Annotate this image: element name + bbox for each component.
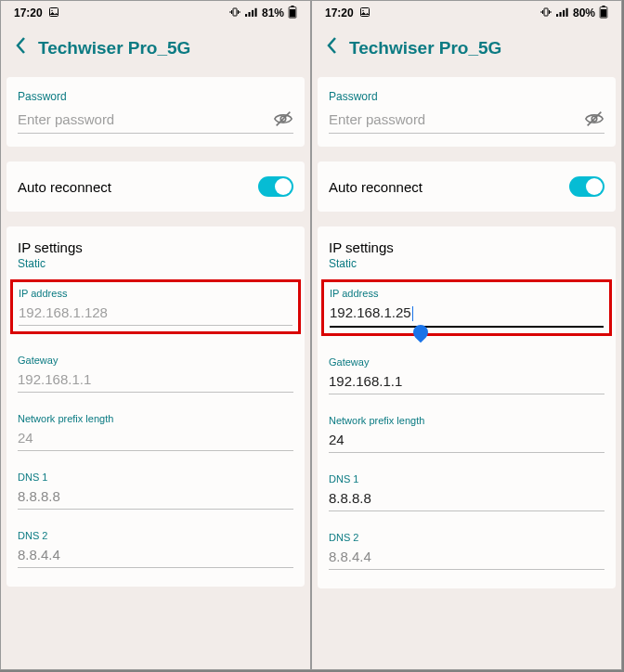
vibrate-icon — [540, 6, 552, 20]
status-time: 17:20 — [14, 6, 43, 19]
ip-settings-mode[interactable]: Static — [329, 257, 604, 270]
gateway-field: Gateway 192.168.1.1 — [18, 355, 293, 393]
password-label: Password — [329, 90, 604, 103]
password-section: Password Enter password — [6, 77, 305, 147]
dns1-field: DNS 1 8.8.8.8 — [329, 473, 604, 511]
prefix-field: Network prefix length 24 — [329, 415, 604, 453]
gateway-input[interactable]: 192.168.1.1 — [329, 373, 604, 394]
gateway-input[interactable]: 192.168.1.1 — [18, 371, 293, 393]
gateway-label: Gateway — [18, 355, 293, 366]
status-time: 17:20 — [325, 6, 354, 19]
auto-reconnect-row: Auto reconnect — [318, 162, 616, 212]
svg-rect-4 — [248, 12, 250, 17]
svg-rect-9 — [290, 8, 295, 17]
status-bar: 17:20 80% — [312, 1, 621, 25]
password-label: Password — [18, 90, 293, 103]
svg-rect-18 — [566, 7, 567, 16]
auto-reconnect-label: Auto reconnect — [18, 179, 111, 195]
svg-rect-17 — [563, 9, 565, 16]
svg-rect-0 — [49, 7, 58, 16]
dns2-field: DNS 2 8.8.4.4 — [18, 530, 293, 568]
svg-rect-12 — [360, 7, 369, 16]
prefix-input[interactable]: 24 — [18, 430, 293, 451]
ip-address-field: IP address 192.168.1.128 — [10, 279, 301, 334]
visibility-off-icon[interactable] — [273, 109, 293, 129]
ip-address-label: IP address — [330, 288, 604, 299]
battery-text: 81% — [262, 6, 284, 19]
page-title: Techwiser Pro_5G — [38, 38, 190, 58]
svg-rect-16 — [559, 12, 561, 17]
ip-settings-mode[interactable]: Static — [18, 257, 293, 270]
dns2-input[interactable]: 8.8.4.4 — [18, 547, 293, 568]
dns1-label: DNS 1 — [329, 473, 604, 485]
battery-icon — [288, 6, 297, 21]
ip-address-label: IP address — [19, 288, 292, 299]
vibrate-icon — [228, 6, 241, 20]
page-title: Techwiser Pro_5G — [349, 38, 501, 58]
back-icon[interactable] — [325, 36, 338, 60]
svg-rect-3 — [245, 14, 247, 17]
ip-address-value: 192.168.1.25 — [330, 304, 411, 320]
signal-icon — [245, 6, 258, 20]
dns2-field: DNS 2 8.8.4.4 — [329, 532, 604, 570]
status-bar: 17:20 81% — [1, 1, 310, 25]
svg-rect-2 — [233, 8, 237, 16]
prefix-field: Network prefix length 24 — [18, 413, 293, 451]
battery-text: 80% — [573, 6, 595, 19]
svg-line-11 — [277, 112, 291, 126]
svg-point-13 — [362, 9, 364, 11]
header: Techwiser Pro_5G — [1, 25, 310, 77]
visibility-off-icon[interactable] — [584, 109, 604, 129]
dns1-input[interactable]: 8.8.8.8 — [18, 488, 293, 510]
cursor-handle-icon[interactable] — [410, 322, 432, 343]
battery-icon — [599, 6, 608, 21]
ip-settings-heading: IP settings — [18, 239, 293, 255]
dns1-input[interactable]: 8.8.8.8 — [329, 490, 604, 511]
svg-point-1 — [51, 9, 53, 11]
svg-rect-21 — [601, 8, 606, 17]
ip-address-input[interactable]: 192.168.1.128 — [19, 304, 292, 326]
svg-rect-5 — [252, 9, 254, 16]
dns2-label: DNS 2 — [329, 532, 604, 543]
ip-settings-heading: IP settings — [329, 239, 604, 255]
phone-screen-right: 17:20 80% Techwiser Pro_5G Password E — [311, 0, 622, 670]
text-cursor-icon — [412, 306, 413, 321]
prefix-input[interactable]: 24 — [329, 432, 604, 453]
svg-line-23 — [588, 112, 602, 126]
ip-address-field: IP address 192.168.1.25 — [321, 279, 612, 336]
ip-settings-section: IP settings Static IP address 192.168.1.… — [318, 226, 616, 588]
svg-rect-6 — [254, 7, 256, 16]
auto-reconnect-label: Auto reconnect — [329, 179, 422, 195]
gateway-field: Gateway 192.168.1.1 — [329, 356, 604, 394]
dns2-input[interactable]: 8.8.4.4 — [329, 549, 604, 570]
svg-rect-14 — [544, 8, 548, 16]
dns2-label: DNS 2 — [18, 530, 293, 541]
prefix-label: Network prefix length — [329, 415, 604, 426]
gateway-label: Gateway — [329, 356, 604, 368]
dns1-field: DNS 1 8.8.8.8 — [18, 472, 293, 510]
auto-reconnect-toggle[interactable] — [258, 176, 293, 197]
auto-reconnect-row: Auto reconnect — [6, 162, 305, 212]
password-input[interactable]: Enter password — [18, 111, 273, 127]
dns1-label: DNS 1 — [18, 472, 293, 483]
back-icon[interactable] — [14, 36, 27, 60]
password-input[interactable]: Enter password — [329, 111, 584, 127]
ip-address-input[interactable]: 192.168.1.25 — [330, 304, 604, 328]
header: Techwiser Pro_5G — [312, 25, 621, 77]
ip-settings-section: IP settings Static IP address 192.168.1.… — [6, 226, 305, 587]
prefix-label: Network prefix length — [18, 413, 293, 424]
phone-screen-left: 17:20 81% Techwiser Pro_5G Password E — [0, 0, 311, 670]
image-icon — [48, 6, 59, 20]
image-icon — [359, 6, 370, 20]
auto-reconnect-toggle[interactable] — [569, 176, 604, 197]
svg-rect-15 — [556, 14, 558, 17]
password-section: Password Enter password — [318, 77, 616, 147]
signal-icon — [556, 6, 569, 20]
